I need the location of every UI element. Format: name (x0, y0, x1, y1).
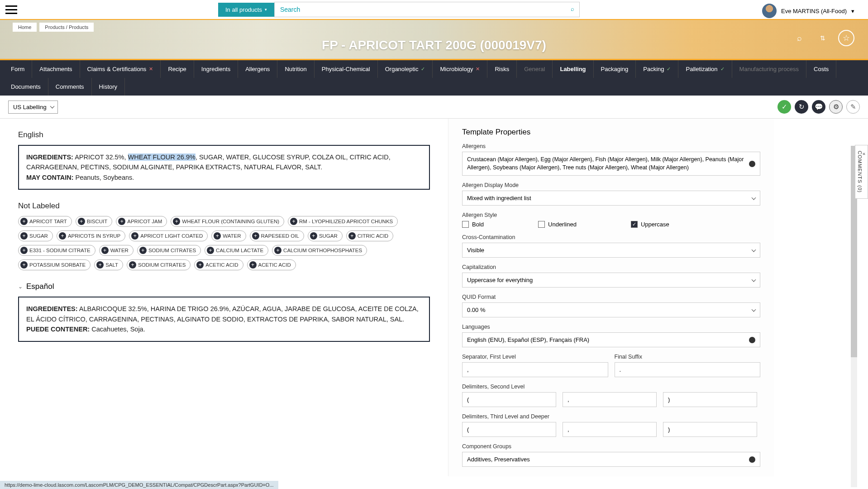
menu-toggle[interactable] (5, 5, 17, 14)
bold-checkbox[interactable]: Bold (462, 221, 484, 228)
user-menu-caret[interactable]: ▾ (851, 8, 854, 14)
languages-field[interactable]: English (ENU), Español (ESP), Français (… (462, 332, 760, 347)
tab-general: General (517, 60, 553, 78)
tab-documents[interactable]: Documents (4, 78, 48, 96)
final-suffix-label: Final Suffix (615, 354, 761, 360)
not-labeled-chip[interactable]: +POTASSIUM SORBATE (18, 259, 91, 270)
not-labeled-chip[interactable]: +APRICOT LIGHT COATED (129, 230, 208, 241)
edit-tags-icon[interactable] (749, 456, 755, 463)
not-labeled-chip[interactable]: +ACETIC ACID (194, 259, 243, 270)
tab-claims[interactable]: Claims & Certifications✕ (80, 60, 161, 78)
add-icon: + (20, 247, 28, 254)
tab-packaging[interactable]: Packaging (594, 60, 636, 78)
transfer-icon[interactable]: ⇅ (815, 30, 831, 46)
not-labeled-chip[interactable]: +RM - LYOPHILIZED APRICOT CHUNKS (288, 216, 398, 227)
edit-tags-icon[interactable] (749, 161, 755, 167)
tab-labelling[interactable]: Labelling (553, 60, 593, 78)
tab-ingredients[interactable]: Ingredients (194, 60, 238, 78)
english-ingredients-box: INGREDIENTS: APRICOT 32.5%, WHEAT FLOUR … (18, 145, 430, 190)
underlined-checkbox[interactable]: Underlined (538, 221, 577, 228)
tab-attachments[interactable]: Attachments (32, 60, 80, 78)
search-input[interactable] (274, 2, 580, 17)
not-labeled-chip[interactable]: +RAPESEED OIL (250, 230, 304, 241)
separator-input[interactable]: , (462, 362, 608, 377)
not-labeled-chip[interactable]: +E331 - SODIUM CITRATE (18, 245, 95, 256)
final-suffix-input[interactable]: . (615, 362, 761, 377)
user-name[interactable]: Eve MARTINS (All-Food) (781, 8, 847, 14)
uppercase-checkbox[interactable]: ✓Uppercase (631, 221, 669, 228)
del2-sep-input[interactable]: , (563, 392, 657, 407)
tab-form[interactable]: Form (4, 60, 32, 78)
not-labeled-chip[interactable]: +SODIUM CITRATES (137, 245, 201, 256)
tab-recipe[interactable]: Recipe (161, 60, 194, 78)
edit-button[interactable]: ✎ (846, 100, 860, 114)
tab-risks[interactable]: Risks (487, 60, 517, 78)
capitalization-select[interactable]: Uppercase for everything (462, 273, 760, 288)
allergens-label: Allergens (462, 143, 760, 149)
tab-comments[interactable]: Comments (48, 78, 92, 96)
tab-bar: Form Attachments Claims & Certifications… (0, 60, 868, 96)
favorite-star-icon[interactable]: ☆ (838, 30, 854, 46)
display-mode-select[interactable]: Mixed with ingredient list (462, 191, 760, 206)
search-category-dropdown[interactable]: In all products (218, 3, 274, 17)
not-labeled-chip[interactable]: +CALCIUM LACTATE (205, 245, 268, 256)
labelling-preset-dropdown[interactable]: US Labelling (8, 101, 58, 114)
del3-close-input[interactable]: ) (663, 422, 757, 437)
tab-physical-chemical[interactable]: Physical-Chemical (315, 60, 378, 78)
add-icon: + (20, 232, 28, 240)
tab-allergens[interactable]: Allergens (238, 60, 277, 78)
delimiters-3-label: Delimiters, Third Level and Deeper (462, 413, 760, 420)
component-groups-label: Component Groups (462, 443, 760, 450)
not-labeled-heading: Not Labeled (18, 201, 430, 211)
tab-costs[interactable]: Costs (806, 60, 836, 78)
not-labeled-chip[interactable]: +SUGAR (18, 230, 53, 241)
tab-microbiology[interactable]: Microbiology✕ (433, 60, 487, 78)
languages-label: Languages (462, 324, 760, 330)
tab-organoleptic[interactable]: Organoleptic✓ (378, 60, 433, 78)
tab-nutrition[interactable]: Nutrition (277, 60, 314, 78)
add-icon: + (101, 247, 109, 254)
user-avatar[interactable] (762, 4, 777, 18)
espanol-toggle[interactable]: ⌄ Español (18, 282, 430, 291)
not-labeled-chip[interactable]: +CALCIUM ORTHOPHOSPHATES (272, 245, 367, 256)
not-labeled-chip[interactable]: +SUGAR (308, 230, 343, 241)
not-labeled-chip[interactable]: +CITRIC ACID (346, 230, 393, 241)
allergen-style-label: Allergen Style (462, 212, 760, 218)
allergens-field[interactable]: Crustacean (Major Allergen), Egg (Major … (462, 152, 760, 176)
validate-button[interactable]: ✓ (777, 100, 791, 114)
add-icon: + (310, 232, 317, 240)
tab-packing[interactable]: Packing✓ (636, 60, 678, 78)
not-labeled-chip[interactable]: +APRICOT JAM (116, 216, 167, 227)
del3-sep-input[interactable]: , (563, 422, 657, 437)
del3-open-input[interactable]: ( (462, 422, 556, 437)
zoom-icon[interactable]: ⌕ (791, 30, 807, 46)
settings-button[interactable]: ⚙ (829, 100, 843, 114)
quid-format-select[interactable]: 0.00 % (462, 302, 760, 317)
breadcrumb-home[interactable]: Home (13, 23, 37, 32)
not-labeled-chip[interactable]: +ACETIC ACID (247, 259, 296, 270)
not-labeled-chip[interactable]: +SODIUM CITRATES (127, 259, 191, 270)
tab-history[interactable]: History (92, 78, 125, 96)
not-labeled-chip[interactable]: +APRICOT TART (18, 216, 72, 227)
not-labeled-chip[interactable]: +BISCUIT (76, 216, 112, 227)
del2-open-input[interactable]: ( (462, 392, 556, 407)
tab-palletization[interactable]: Palletization✓ (678, 60, 732, 78)
add-icon: + (290, 218, 297, 225)
not-labeled-chip[interactable]: +WATER (211, 230, 246, 241)
not-labeled-chip[interactable]: +WHEAT FLOUR (CONTAINING GLUTEN) (171, 216, 284, 227)
search-icon[interactable]: ⌕ (571, 5, 574, 12)
cross-contamination-select[interactable]: Visible (462, 243, 760, 258)
comments-side-tab[interactable]: COMMENTS (0) (855, 145, 868, 199)
refresh-button[interactable]: ↻ (795, 100, 808, 114)
add-icon: + (139, 247, 147, 254)
breadcrumb-products[interactable]: Products / Products (39, 23, 94, 32)
not-labeled-chip[interactable]: +WATER (99, 245, 134, 256)
edit-tags-icon[interactable] (749, 337, 755, 343)
del2-close-input[interactable]: ) (663, 392, 757, 407)
add-icon: + (252, 232, 259, 240)
add-icon: + (78, 218, 85, 225)
comment-button[interactable]: 💬 (812, 100, 825, 114)
component-groups-field[interactable]: Additives, Preservatives (462, 452, 760, 467)
not-labeled-chip[interactable]: +SALT (94, 259, 123, 270)
not-labeled-chip[interactable]: +APRICOTS IN SYRUP (57, 230, 125, 241)
